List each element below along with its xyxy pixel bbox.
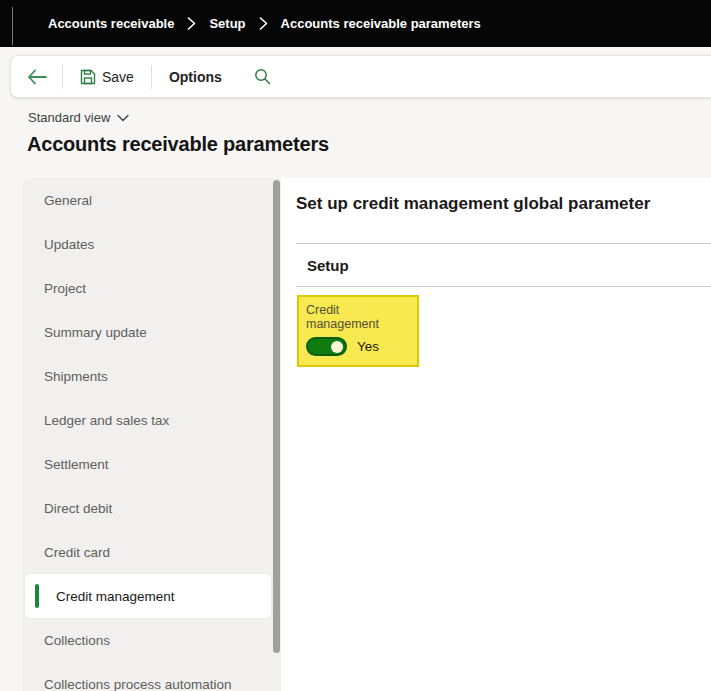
- chevron-right-icon: [187, 17, 196, 30]
- breadcrumb-module[interactable]: Accounts receivable: [48, 16, 174, 31]
- credit-management-toggle-value: Yes: [357, 339, 379, 354]
- sidebar-item-shipments[interactable]: Shipments: [22, 354, 281, 398]
- chevron-right-icon: [259, 17, 268, 30]
- back-button[interactable]: [23, 65, 51, 89]
- sidebar-item-direct-debit[interactable]: Direct debit: [22, 486, 281, 530]
- breadcrumb: Accounts receivable Setup Accounts recei…: [48, 16, 481, 31]
- save-button[interactable]: Save: [74, 65, 140, 89]
- sidebar-scrollbar-thumb[interactable]: [273, 180, 280, 653]
- save-icon: [80, 69, 96, 85]
- sidebar-item-collections-process-automation[interactable]: Collections process automation: [22, 662, 281, 691]
- back-arrow-icon: [27, 69, 47, 85]
- sidebar-item-credit-card[interactable]: Credit card: [22, 530, 281, 574]
- credit-management-panel: Set up credit management global paramete…: [281, 178, 711, 691]
- section-heading: Set up credit management global paramete…: [296, 194, 711, 214]
- divider: [296, 286, 711, 287]
- chevron-down-icon: [117, 114, 129, 122]
- save-button-label: Save: [102, 69, 134, 85]
- credit-management-field-label: Credit management: [306, 303, 411, 331]
- breadcrumb-page: Accounts receivable parameters: [281, 16, 481, 31]
- search-button[interactable]: [250, 64, 275, 89]
- setup-group-title: Setup: [307, 257, 711, 274]
- divider: [296, 243, 711, 244]
- action-toolbar: Save Options: [10, 55, 711, 98]
- credit-management-toggle[interactable]: [306, 337, 347, 356]
- sidebar-item-credit-management[interactable]: Credit management: [25, 574, 271, 618]
- page-title: Accounts receivable parameters: [27, 133, 329, 156]
- sidebar-item-project[interactable]: Project: [22, 266, 281, 310]
- toolbar-divider: [151, 65, 152, 89]
- selection-indicator: [35, 584, 39, 608]
- sidebar-item-ledger-and-sales-tax[interactable]: Ledger and sales tax: [22, 398, 281, 442]
- search-icon: [254, 68, 271, 85]
- view-selector-label: Standard view: [28, 110, 110, 125]
- credit-management-field-highlight: Credit management Yes: [297, 295, 419, 367]
- sidebar-item-summary-update[interactable]: Summary update: [22, 310, 281, 354]
- view-selector[interactable]: Standard view: [28, 110, 129, 125]
- top-navigation-bar: Accounts receivable Setup Accounts recei…: [0, 0, 711, 47]
- toolbar-divider: [62, 65, 63, 89]
- breadcrumb-area[interactable]: Setup: [209, 16, 245, 31]
- sidebar-item-updates[interactable]: Updates: [22, 222, 281, 266]
- nav-pane-edge: [12, 7, 13, 45]
- parameters-sidebar: General Updates Project Summary update S…: [22, 178, 281, 691]
- sidebar-scrollbar[interactable]: [273, 178, 281, 691]
- toggle-knob: [331, 341, 343, 353]
- options-menu-button[interactable]: Options: [163, 65, 228, 89]
- options-button-label: Options: [169, 69, 222, 85]
- sidebar-item-general[interactable]: General: [22, 178, 281, 222]
- sidebar-item-collections[interactable]: Collections: [22, 618, 281, 662]
- sidebar-item-settlement[interactable]: Settlement: [22, 442, 281, 486]
